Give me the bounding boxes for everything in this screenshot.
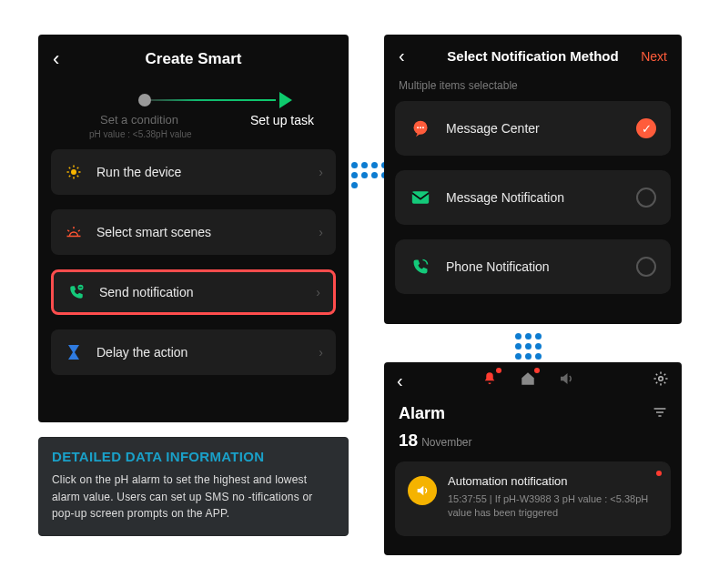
lightbulb-icon — [64, 164, 84, 180]
subtitle: Multiple items selectable — [384, 72, 682, 101]
task-select-scenes[interactable]: Select smart scenes › — [51, 209, 336, 255]
chevron-right-icon: › — [319, 225, 323, 239]
svg-line-8 — [77, 167, 79, 169]
task-label: Delay the action — [96, 345, 319, 360]
notif-message-center[interactable]: Message Center ✓ — [395, 101, 671, 156]
page-title: Select Notification Method — [384, 48, 682, 64]
home-icon[interactable] — [520, 370, 536, 390]
radio-checked-icon[interactable]: ✓ — [636, 118, 656, 138]
stepper-arrow-icon — [279, 92, 292, 108]
filter-icon[interactable] — [653, 406, 667, 421]
unread-dot-icon — [656, 471, 662, 476]
svg-point-21 — [659, 377, 663, 381]
notif-label: Message Notification — [446, 190, 636, 205]
step-condition-sub: pH value : <5.38pH value — [89, 129, 192, 139]
page-title: Create Smart — [38, 50, 349, 68]
next-button[interactable]: Next — [641, 49, 667, 64]
task-send-notification[interactable]: Send notification › — [51, 269, 336, 315]
radio-unchecked-icon[interactable] — [636, 257, 656, 277]
speaker-alert-icon — [408, 476, 437, 505]
envelope-icon — [410, 190, 431, 205]
step-condition-label: Set a condition — [100, 113, 178, 127]
create-smart-panel: ‹ Create Smart Set a condition pH value … — [38, 35, 349, 422]
task-label: Run the device — [96, 165, 319, 179]
chevron-right-icon: › — [319, 165, 323, 179]
alarm-card[interactable]: Automation notification 15:37:55 | If pH… — [395, 461, 671, 536]
svg-point-19 — [422, 127, 424, 128]
chevron-right-icon: › — [319, 345, 323, 360]
task-label: Select smart scenes — [96, 225, 319, 239]
chevron-right-icon: › — [316, 285, 320, 299]
svg-line-5 — [69, 167, 71, 169]
gear-icon[interactable] — [653, 370, 669, 390]
info-title: DETAILED DATA INFORMATION — [52, 449, 335, 464]
info-body: Click on the pH alarm to set the highest… — [52, 471, 335, 522]
bell-icon[interactable] — [481, 370, 498, 390]
speaker-icon[interactable] — [558, 370, 574, 390]
svg-point-13 — [79, 287, 80, 288]
notif-message-notification[interactable]: Message Notification — [395, 170, 671, 225]
svg-line-11 — [78, 230, 80, 232]
step-task-label: Set up task — [250, 113, 314, 127]
task-label: Send notification — [99, 285, 316, 299]
svg-line-7 — [69, 176, 71, 177]
task-delay-action[interactable]: Delay the action › — [51, 329, 336, 375]
connector-dots-icon — [351, 162, 388, 188]
alarm-title: Alarm — [399, 404, 445, 423]
chat-bubble-icon — [410, 119, 431, 137]
alarm-panel: ‹ Alarm 18November — [384, 362, 682, 555]
back-chevron-icon[interactable]: ‹ — [397, 370, 403, 391]
svg-point-0 — [71, 169, 76, 175]
back-chevron-icon[interactable]: ‹ — [399, 46, 405, 66]
phone-icon — [410, 258, 431, 276]
select-notification-panel: ‹ Select Notification Method Next Multip… — [384, 35, 682, 324]
notif-label: Message Center — [446, 121, 636, 136]
svg-line-6 — [77, 176, 79, 177]
svg-point-18 — [420, 127, 421, 128]
radio-unchecked-icon[interactable] — [636, 188, 656, 208]
alarm-card-body: 15:37:55 | If pH-W3988 3 pH value : <5.3… — [448, 492, 658, 520]
info-card: DETAILED DATA INFORMATION Click on the p… — [38, 437, 349, 536]
back-chevron-icon[interactable]: ‹ — [53, 47, 59, 71]
phone-message-icon — [66, 284, 86, 300]
notif-label: Phone Notification — [446, 259, 636, 274]
task-run-device[interactable]: Run the device › — [51, 149, 336, 195]
connector-dots-icon — [515, 333, 548, 360]
notif-phone-notification[interactable]: Phone Notification — [395, 239, 671, 294]
svg-line-10 — [67, 230, 69, 232]
stepper: Set a condition pH value : <5.38pH value… — [38, 87, 349, 138]
alarm-card-title: Automation notification — [448, 474, 658, 488]
svg-point-14 — [80, 287, 81, 288]
svg-point-17 — [417, 127, 419, 128]
sunrise-icon — [64, 226, 84, 238]
stepper-dot-icon — [138, 94, 151, 106]
date-label: 18November — [384, 425, 682, 456]
hourglass-icon — [64, 344, 84, 360]
svg-point-15 — [81, 287, 82, 288]
svg-rect-20 — [412, 191, 429, 203]
